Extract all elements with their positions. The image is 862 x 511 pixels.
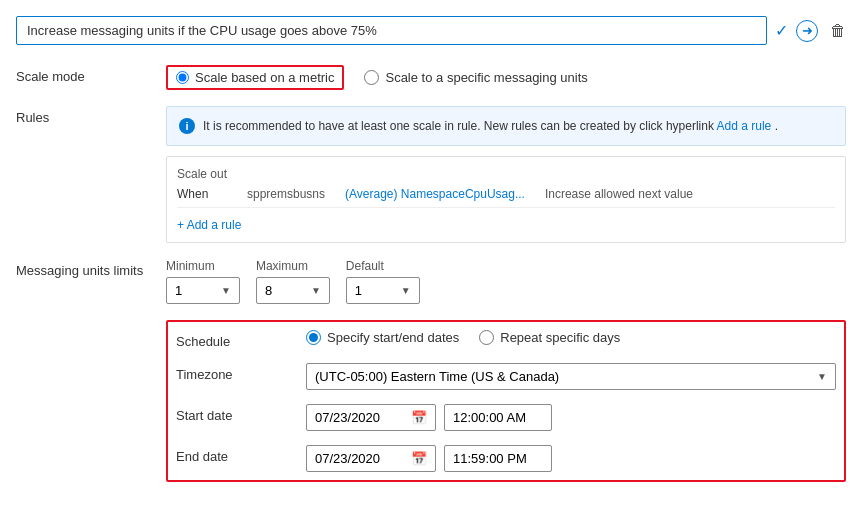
end-date-group: 📅	[306, 445, 836, 472]
rule-action: Increase allowed next value	[545, 187, 693, 201]
default-group: Default 1 2 4 ▼	[346, 259, 420, 304]
scale-mode-row: Scale mode Scale based on a metric Scale…	[16, 65, 846, 90]
specify-dates-radio[interactable]	[306, 330, 321, 345]
default-select[interactable]: 1 2 4	[355, 283, 395, 298]
add-rule-link-inline[interactable]: Add a rule	[717, 119, 772, 133]
maximum-chevron: ▼	[311, 285, 321, 296]
repeat-days-option[interactable]: Repeat specific days	[479, 330, 620, 345]
maximum-select[interactable]: 1 2 4 8 16	[265, 283, 305, 298]
end-date-content: 📅	[306, 445, 836, 472]
repeat-days-radio[interactable]	[479, 330, 494, 345]
specify-dates-label[interactable]: Specify start/end dates	[327, 330, 459, 345]
when-label: When	[177, 187, 227, 201]
scale-mode-label: Scale mode	[16, 65, 166, 84]
end-date-cal-icon[interactable]: 📅	[411, 451, 427, 466]
timezone-chevron: ▼	[817, 371, 827, 382]
timezone-select-wrap[interactable]: (UTC-05:00) Eastern Time (US & Canada) (…	[306, 363, 836, 390]
minimum-select-box[interactable]: 1 2 4 8 ▼	[166, 277, 240, 304]
info-text: It is recommended to have at least one s…	[203, 117, 778, 135]
rules-table: Scale out When sppremsbusns (Average) Na…	[166, 156, 846, 243]
rule-resource: sppremsbusns	[247, 187, 325, 201]
timezone-label: Timezone	[176, 363, 306, 382]
info-icon: i	[179, 118, 195, 134]
start-date-row: Start date 📅	[176, 404, 836, 431]
rules-table-row: When sppremsbusns (Average) NamespaceCpu…	[177, 187, 835, 208]
rules-label: Rules	[16, 106, 166, 125]
scale-specific-radio[interactable]	[364, 70, 379, 85]
end-time-input[interactable]	[453, 451, 543, 466]
top-bar: ✓ ➜ 🗑	[16, 16, 846, 45]
minimum-group: Minimum 1 2 4 8 ▼	[166, 259, 240, 304]
scale-metric-label[interactable]: Scale based on a metric	[195, 70, 334, 85]
schedule-label: Schedule	[176, 330, 306, 349]
schedule-radio-group: Specify start/end dates Repeat specific …	[306, 330, 836, 345]
schedule-row: Schedule Specify start/end dates Repeat …	[176, 330, 836, 349]
scale-metric-option[interactable]: Scale based on a metric	[166, 65, 344, 90]
minimum-label: Minimum	[166, 259, 240, 273]
scale-specific-label[interactable]: Scale to a specific messaging units	[385, 70, 587, 85]
end-time-input-wrap[interactable]	[444, 445, 552, 472]
rules-row: Rules i It is recommended to have at lea…	[16, 106, 846, 243]
start-date-cal-icon[interactable]: 📅	[411, 410, 427, 425]
scale-mode-radio-group: Scale based on a metric Scale to a speci…	[166, 65, 846, 90]
minimum-select[interactable]: 1 2 4 8	[175, 283, 215, 298]
limits-row: Minimum 1 2 4 8 ▼ Maximum 1 2	[166, 259, 846, 304]
schedule-section-row: Schedule Specify start/end dates Repeat …	[16, 320, 846, 482]
scale-out-title: Scale out	[177, 167, 835, 181]
start-date-input-wrap[interactable]: 📅	[306, 404, 436, 431]
start-date-group: 📅	[306, 404, 836, 431]
default-label: Default	[346, 259, 420, 273]
scale-specific-option[interactable]: Scale to a specific messaging units	[364, 70, 587, 85]
scale-metric-radio[interactable]	[176, 71, 189, 84]
maximum-select-box[interactable]: 1 2 4 8 16 ▼	[256, 277, 330, 304]
start-date-content: 📅	[306, 404, 836, 431]
repeat-days-label[interactable]: Repeat specific days	[500, 330, 620, 345]
default-select-box[interactable]: 1 2 4 ▼	[346, 277, 420, 304]
messaging-units-row: Messaging units limits Minimum 1 2 4 8 ▼…	[16, 259, 846, 304]
trash-icon[interactable]: 🗑	[830, 22, 846, 40]
info-box: i It is recommended to have at least one…	[166, 106, 846, 146]
end-date-row: End date 📅	[176, 445, 836, 472]
rules-content: i It is recommended to have at least one…	[166, 106, 846, 243]
scale-mode-content: Scale based on a metric Scale to a speci…	[166, 65, 846, 90]
start-date-label: Start date	[176, 404, 306, 423]
title-input[interactable]	[16, 16, 767, 45]
default-chevron: ▼	[401, 285, 411, 296]
minimum-chevron: ▼	[221, 285, 231, 296]
timezone-content: (UTC-05:00) Eastern Time (US & Canada) (…	[306, 363, 836, 390]
schedule-content: Specify start/end dates Repeat specific …	[306, 330, 836, 345]
timezone-select[interactable]: (UTC-05:00) Eastern Time (US & Canada) (…	[315, 369, 811, 384]
messaging-units-content: Minimum 1 2 4 8 ▼ Maximum 1 2	[166, 259, 846, 304]
schedule-section-content: Schedule Specify start/end dates Repeat …	[166, 320, 846, 482]
messaging-units-label: Messaging units limits	[16, 259, 166, 278]
end-date-label: End date	[176, 445, 306, 464]
schedule-outer-label	[16, 320, 166, 324]
start-time-input[interactable]	[453, 410, 543, 425]
arrow-icon[interactable]: ➜	[796, 20, 818, 42]
end-date-input-wrap[interactable]: 📅	[306, 445, 436, 472]
check-icon[interactable]: ✓	[775, 21, 788, 40]
start-date-input[interactable]	[315, 410, 405, 425]
add-rule-link[interactable]: + Add a rule	[177, 218, 241, 232]
maximum-group: Maximum 1 2 4 8 16 ▼	[256, 259, 330, 304]
timezone-row: Timezone (UTC-05:00) Eastern Time (US & …	[176, 363, 836, 390]
schedule-section: Schedule Specify start/end dates Repeat …	[166, 320, 846, 482]
maximum-label: Maximum	[256, 259, 330, 273]
end-date-input[interactable]	[315, 451, 405, 466]
rule-metric[interactable]: (Average) NamespaceCpuUsag...	[345, 187, 525, 201]
specify-dates-option[interactable]: Specify start/end dates	[306, 330, 459, 345]
start-time-input-wrap[interactable]	[444, 404, 552, 431]
